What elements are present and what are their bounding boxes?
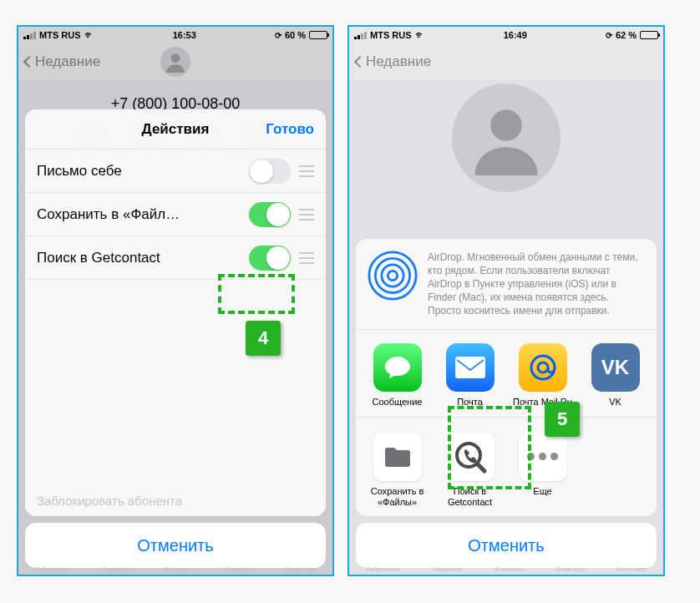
- svg-point-8: [538, 362, 548, 372]
- drag-handle-icon[interactable]: [299, 252, 314, 264]
- app-label: Сообщение: [373, 397, 423, 407]
- tabbar-faded: ИзбранныеНедавниеКонтактыКлавишиАвтоотве…: [349, 563, 663, 575]
- drag-handle-icon[interactable]: [299, 165, 314, 177]
- sheet-header: Действия Готово: [25, 109, 326, 149]
- action-row-save-files: Сохранить в «Файл…: [25, 193, 326, 236]
- action-row-mail-self: Письмо себе: [25, 149, 326, 193]
- app-label: VK: [609, 397, 621, 407]
- toggle-getcontact[interactable]: [249, 246, 291, 271]
- share-app-mail[interactable]: Почта: [434, 343, 506, 408]
- airdrop-icon: [368, 251, 418, 301]
- row-label: Сохранить в «Файл…: [37, 206, 249, 223]
- faded-text: Заблокировать абонента: [25, 489, 326, 516]
- svg-point-7: [531, 356, 555, 379]
- cancel-button[interactable]: Отменить: [25, 523, 326, 568]
- action-row: Сохранить в «Файлы» Поиск в Getcontact Е…: [356, 418, 657, 516]
- app-label: Почта: [457, 397, 483, 407]
- done-button[interactable]: Готово: [266, 121, 314, 138]
- toggle-save-files[interactable]: [249, 202, 291, 227]
- action-row-getcontact: Поиск в Getcontact: [25, 236, 326, 280]
- folder-icon: [373, 433, 422, 481]
- action-label: Еще: [533, 486, 551, 496]
- airdrop-text: AirDrop. Мгновенный обмен данными с теми…: [428, 251, 645, 318]
- phone-right: MTS RUS ᯤ 16:49 ⟳ 62 % Недавние: [347, 25, 665, 576]
- action-more[interactable]: Еще: [506, 433, 579, 508]
- svg-point-3: [382, 264, 403, 286]
- mailru-icon: [519, 343, 567, 392]
- action-getcontact[interactable]: Поиск в Getcontact: [434, 433, 506, 508]
- messages-icon: [373, 343, 422, 392]
- more-icon: [519, 433, 567, 481]
- app-row: Сообщение Почта Почта Mail.Ru VK VK: [356, 330, 657, 417]
- vk-icon: VK: [591, 343, 640, 392]
- svg-rect-6: [455, 357, 485, 378]
- actions-sheet: Действия Готово Письмо себе Сохранить в …: [25, 109, 326, 568]
- mail-icon: [446, 343, 495, 392]
- callout-4: 4: [246, 321, 281, 356]
- sheet-title: Действия: [142, 121, 210, 138]
- drag-handle-icon[interactable]: [299, 209, 314, 220]
- phone-left: MTS RUS ᯤ 16:53 ⟳ 60 % Недавние +7 (800)…: [17, 25, 334, 576]
- row-label: Поиск в Getcontact: [37, 250, 249, 266]
- svg-point-2: [388, 271, 397, 280]
- action-label: Сохранить в «Файлы»: [371, 486, 424, 507]
- share-sheet: AirDrop. Мгновенный обмен данными с теми…: [356, 239, 657, 569]
- callout-5: 5: [545, 402, 580, 437]
- share-app-mailru[interactable]: Почта Mail.Ru: [506, 343, 579, 408]
- cancel-button[interactable]: Отменить: [356, 523, 657, 568]
- share-app-messages[interactable]: Сообщение: [361, 343, 434, 408]
- getcontact-icon: [446, 433, 495, 481]
- toggle-mail-self[interactable]: [249, 159, 291, 184]
- airdrop-row: AirDrop. Мгновенный обмен данными с теми…: [356, 239, 657, 331]
- row-label: Письмо себе: [37, 163, 249, 180]
- action-label: Поиск в Getcontact: [448, 486, 492, 507]
- share-app-vk[interactable]: VK VK: [579, 343, 652, 408]
- action-save-files[interactable]: Сохранить в «Файлы»: [361, 433, 434, 508]
- tabbar-faded: ИзбранныеНедавниеКонтактыКлавишиАвтоотве…: [18, 563, 332, 575]
